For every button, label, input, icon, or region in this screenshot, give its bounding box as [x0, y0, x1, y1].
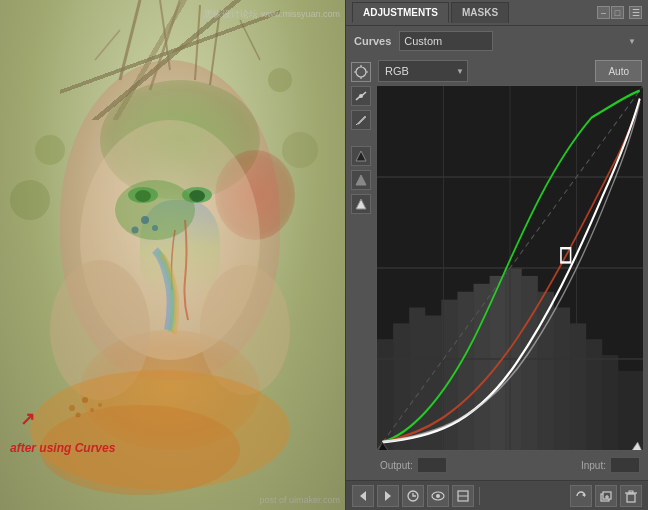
delete-btn[interactable]	[620, 485, 642, 507]
tab-adjustments[interactable]: ADJUSTMENTS	[352, 2, 449, 23]
curves-svg	[377, 86, 643, 450]
curves-label: Curves	[354, 35, 391, 47]
panel-header: ADJUSTMENTS MASKS – □ ☰	[346, 0, 648, 26]
new-layer-btn[interactable]	[595, 485, 617, 507]
main-container: ↗ after using Curves 思缘设计论坛 www.missyuan…	[0, 0, 648, 510]
watermark-bottom: post of uimaker.com	[259, 495, 340, 505]
tab-masks[interactable]: MASKS	[451, 2, 509, 23]
tools-and-graph: RGB Red Green Blue Auto	[346, 56, 648, 480]
photo-background: ↗ after using Curves	[0, 0, 345, 510]
graph-wrapper: RGB Red Green Blue Auto	[376, 60, 644, 476]
pencil-tool-icon[interactable]	[351, 110, 371, 130]
svg-rect-52	[618, 371, 643, 450]
input-field: Input:	[581, 457, 640, 473]
edit-point-tool-icon[interactable]	[351, 86, 371, 106]
reset-to-default-btn[interactable]	[402, 485, 424, 507]
auto-button[interactable]: Auto	[595, 60, 642, 82]
channel-dropdown[interactable]: RGB Red Green Blue	[378, 60, 468, 82]
annotation-text: after using Curves	[10, 441, 115, 455]
channel-dropdown-wrapper: RGB Red Green Blue	[378, 60, 468, 82]
svg-rect-37	[377, 339, 393, 450]
rainbow-drip	[140, 200, 220, 300]
svg-point-28	[282, 132, 318, 168]
svg-point-22	[76, 413, 81, 418]
input-label: Input:	[581, 460, 606, 471]
tool-icons-column	[350, 60, 372, 476]
red-splash	[215, 150, 295, 240]
svg-point-26	[10, 180, 50, 220]
svg-rect-51	[602, 355, 618, 450]
output-label: Output:	[380, 460, 413, 471]
svg-rect-46	[522, 276, 538, 450]
watermark-top: 思缘设计论坛 www.missyuan.com	[204, 8, 340, 21]
svg-rect-42	[457, 292, 473, 450]
svg-marker-64	[385, 491, 391, 501]
svg-point-67	[436, 494, 440, 498]
clip-btn[interactable]	[452, 485, 474, 507]
svg-rect-75	[627, 494, 635, 502]
svg-rect-77	[629, 491, 633, 493]
preset-dropdown[interactable]: Custom Default Strong Contrast Linear Co…	[399, 31, 493, 51]
minimize-btn[interactable]: –	[597, 6, 610, 19]
svg-point-24	[69, 405, 75, 411]
visibility-btn[interactable]	[427, 485, 449, 507]
svg-rect-50	[586, 339, 602, 450]
toolbar-separator-1	[479, 487, 480, 505]
annotation-arrow: ↗	[20, 408, 38, 430]
svg-marker-63	[360, 491, 366, 501]
output-input-row: Output: Input:	[376, 454, 644, 476]
input-value-input[interactable]	[610, 457, 640, 473]
panel-tabs: ADJUSTMENTS MASKS	[352, 2, 509, 23]
svg-rect-49	[570, 323, 586, 450]
svg-rect-38	[393, 323, 409, 450]
rgb-row: RGB Red Green Blue Auto	[376, 60, 644, 82]
panel-menu-btn[interactable]: ☰	[629, 6, 642, 19]
forward-btn[interactable]	[377, 485, 399, 507]
back-btn[interactable]	[352, 485, 374, 507]
svg-point-34	[359, 94, 363, 98]
photo-area: ↗ after using Curves 思缘设计论坛 www.missyuan…	[0, 0, 345, 510]
white-point-icon[interactable]	[351, 194, 371, 214]
curves-row: Curves Custom Default Strong Contrast Li…	[346, 26, 648, 56]
arrow-icon: ↗	[20, 408, 35, 430]
adjustments-panel: ADJUSTMENTS MASKS – □ ☰ Curves Custom De…	[345, 0, 648, 510]
svg-point-25	[35, 135, 65, 165]
curves-graph[interactable]	[376, 85, 644, 451]
target-adjust-tool-icon[interactable]	[351, 62, 371, 82]
refresh-btn[interactable]	[570, 485, 592, 507]
output-field: Output:	[380, 457, 447, 473]
toolbar-right	[570, 485, 642, 507]
svg-rect-48	[554, 308, 570, 450]
maximize-btn[interactable]: □	[611, 6, 624, 19]
gray-point-icon[interactable]	[351, 170, 371, 190]
svg-line-35	[356, 124, 357, 125]
black-point-icon[interactable]	[351, 146, 371, 166]
preset-dropdown-wrapper: Custom Default Strong Contrast Linear Co…	[399, 31, 640, 51]
orange-splash	[80, 330, 260, 450]
output-value-input[interactable]	[417, 457, 447, 473]
bottom-toolbar	[346, 480, 648, 510]
svg-point-29	[356, 67, 366, 77]
